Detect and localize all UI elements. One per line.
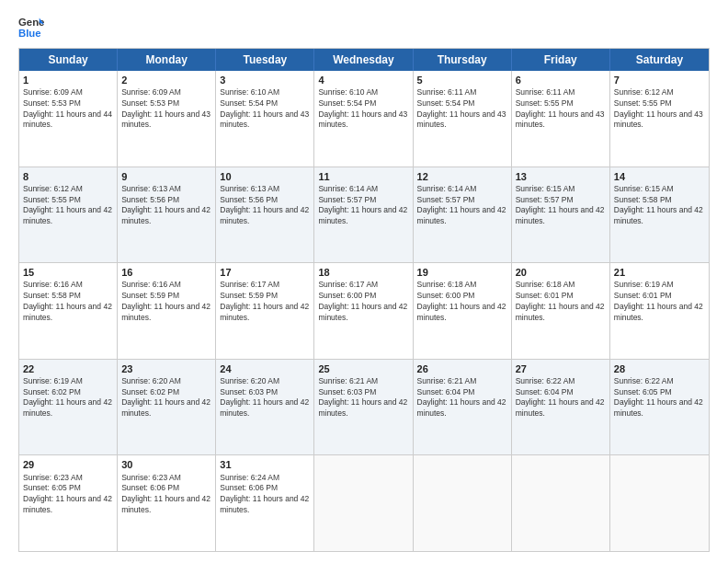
day-number: 27 [516, 362, 606, 375]
day-number: 31 [220, 458, 310, 471]
day-cell-29: 29Sunrise: 6:23 AM Sunset: 6:05 PM Dayli… [19, 455, 118, 551]
day-number: 23 [121, 362, 211, 375]
day-cell-8: 8Sunrise: 6:12 AM Sunset: 5:55 PM Daylig… [19, 167, 118, 263]
day-cell-19: 19Sunrise: 6:18 AM Sunset: 6:00 PM Dayli… [414, 263, 512, 359]
calendar-body: 1Sunrise: 6:09 AM Sunset: 5:53 PM Daylig… [19, 71, 709, 551]
header-day-tuesday: Tuesday [216, 49, 314, 71]
day-cell-17: 17Sunrise: 6:17 AM Sunset: 5:59 PM Dayli… [216, 263, 314, 359]
day-cell-7: 7Sunrise: 6:12 AM Sunset: 5:55 PM Daylig… [610, 71, 709, 167]
day-info: Sunrise: 6:10 AM Sunset: 5:54 PM Dayligh… [220, 87, 309, 129]
day-number: 17 [220, 266, 310, 279]
day-info: Sunrise: 6:09 AM Sunset: 5:53 PM Dayligh… [23, 87, 112, 129]
day-info: Sunrise: 6:16 AM Sunset: 5:59 PM Dayligh… [121, 280, 210, 321]
calendar-week-4: 22Sunrise: 6:19 AM Sunset: 6:02 PM Dayli… [19, 360, 709, 456]
day-cell-3: 3Sunrise: 6:10 AM Sunset: 5:54 PM Daylig… [216, 71, 314, 167]
day-info: Sunrise: 6:15 AM Sunset: 5:58 PM Dayligh… [614, 184, 703, 225]
day-cell-16: 16Sunrise: 6:16 AM Sunset: 5:59 PM Dayli… [118, 263, 216, 359]
day-number: 7 [614, 74, 705, 86]
day-number: 15 [23, 266, 113, 279]
day-number: 29 [23, 458, 113, 471]
header-day-wednesday: Wednesday [314, 49, 413, 71]
day-cell-25: 25Sunrise: 6:21 AM Sunset: 6:03 PM Dayli… [314, 360, 413, 455]
day-info: Sunrise: 6:20 AM Sunset: 6:02 PM Dayligh… [121, 376, 210, 418]
day-info: Sunrise: 6:10 AM Sunset: 5:54 PM Dayligh… [318, 87, 407, 129]
day-number: 1 [23, 74, 113, 86]
day-info: Sunrise: 6:14 AM Sunset: 5:57 PM Dayligh… [318, 184, 407, 225]
day-number: 5 [417, 74, 507, 86]
day-number: 6 [516, 74, 606, 86]
day-cell-18: 18Sunrise: 6:17 AM Sunset: 6:00 PM Dayli… [314, 263, 413, 359]
day-cell-12: 12Sunrise: 6:14 AM Sunset: 5:57 PM Dayli… [414, 167, 512, 263]
day-info: Sunrise: 6:21 AM Sunset: 6:03 PM Dayligh… [318, 376, 407, 418]
day-info: Sunrise: 6:22 AM Sunset: 6:04 PM Dayligh… [516, 376, 605, 418]
day-info: Sunrise: 6:09 AM Sunset: 5:53 PM Dayligh… [121, 87, 210, 129]
calendar-week-3: 15Sunrise: 6:16 AM Sunset: 5:58 PM Dayli… [19, 263, 709, 360]
day-info: Sunrise: 6:13 AM Sunset: 5:56 PM Dayligh… [220, 184, 309, 225]
logo: General Blue [18, 15, 44, 40]
day-cell-30: 30Sunrise: 6:23 AM Sunset: 6:06 PM Dayli… [118, 455, 216, 551]
calendar-week-2: 8Sunrise: 6:12 AM Sunset: 5:55 PM Daylig… [19, 167, 709, 264]
day-number: 18 [318, 266, 408, 279]
day-info: Sunrise: 6:22 AM Sunset: 6:05 PM Dayligh… [614, 376, 703, 418]
day-cell-1: 1Sunrise: 6:09 AM Sunset: 5:53 PM Daylig… [19, 71, 118, 167]
day-number: 20 [516, 266, 606, 279]
day-info: Sunrise: 6:11 AM Sunset: 5:55 PM Dayligh… [516, 87, 605, 129]
day-cell-14: 14Sunrise: 6:15 AM Sunset: 5:58 PM Dayli… [610, 167, 709, 263]
day-number: 28 [614, 362, 705, 375]
day-info: Sunrise: 6:15 AM Sunset: 5:57 PM Dayligh… [516, 184, 605, 225]
day-number: 24 [220, 362, 310, 375]
day-cell-22: 22Sunrise: 6:19 AM Sunset: 6:02 PM Dayli… [19, 360, 118, 455]
day-info: Sunrise: 6:19 AM Sunset: 6:01 PM Dayligh… [614, 280, 703, 321]
day-cell-31: 31Sunrise: 6:24 AM Sunset: 6:06 PM Dayli… [216, 455, 314, 551]
day-number: 11 [318, 170, 408, 183]
day-cell-11: 11Sunrise: 6:14 AM Sunset: 5:57 PM Dayli… [314, 167, 413, 263]
day-cell-24: 24Sunrise: 6:20 AM Sunset: 6:03 PM Dayli… [216, 360, 314, 455]
day-number: 22 [23, 362, 113, 375]
calendar-week-1: 1Sunrise: 6:09 AM Sunset: 5:53 PM Daylig… [19, 71, 709, 167]
empty-cell [414, 455, 512, 551]
day-cell-10: 10Sunrise: 6:13 AM Sunset: 5:56 PM Dayli… [216, 167, 314, 263]
day-cell-9: 9Sunrise: 6:13 AM Sunset: 5:56 PM Daylig… [118, 167, 216, 263]
day-cell-2: 2Sunrise: 6:09 AM Sunset: 5:53 PM Daylig… [118, 71, 216, 167]
day-info: Sunrise: 6:14 AM Sunset: 5:57 PM Dayligh… [417, 184, 506, 225]
day-cell-21: 21Sunrise: 6:19 AM Sunset: 6:01 PM Dayli… [610, 263, 709, 359]
day-cell-13: 13Sunrise: 6:15 AM Sunset: 5:57 PM Dayli… [512, 167, 610, 263]
logo-icon: General Blue [18, 15, 44, 40]
day-info: Sunrise: 6:18 AM Sunset: 6:01 PM Dayligh… [516, 280, 605, 321]
page: General Blue SundayMondayTuesdayWednesda… [0, 0, 728, 563]
day-info: Sunrise: 6:23 AM Sunset: 6:05 PM Dayligh… [23, 473, 112, 514]
day-cell-26: 26Sunrise: 6:21 AM Sunset: 6:04 PM Dayli… [414, 360, 512, 455]
day-info: Sunrise: 6:16 AM Sunset: 5:58 PM Dayligh… [23, 280, 112, 321]
header-day-sunday: Sunday [19, 49, 118, 71]
day-cell-23: 23Sunrise: 6:20 AM Sunset: 6:02 PM Dayli… [118, 360, 216, 455]
day-number: 30 [121, 458, 211, 471]
empty-cell [610, 455, 709, 551]
day-info: Sunrise: 6:23 AM Sunset: 6:06 PM Dayligh… [121, 473, 210, 514]
day-number: 12 [417, 170, 507, 183]
day-info: Sunrise: 6:21 AM Sunset: 6:04 PM Dayligh… [417, 376, 506, 418]
day-cell-20: 20Sunrise: 6:18 AM Sunset: 6:01 PM Dayli… [512, 263, 610, 359]
day-number: 19 [417, 266, 507, 279]
day-number: 10 [220, 170, 310, 183]
day-info: Sunrise: 6:12 AM Sunset: 5:55 PM Dayligh… [23, 184, 112, 225]
day-info: Sunrise: 6:11 AM Sunset: 5:54 PM Dayligh… [417, 87, 506, 129]
day-number: 14 [614, 170, 705, 183]
day-number: 8 [23, 170, 113, 183]
day-number: 26 [417, 362, 507, 375]
day-number: 4 [318, 74, 408, 86]
day-number: 25 [318, 362, 408, 375]
day-info: Sunrise: 6:17 AM Sunset: 6:00 PM Dayligh… [318, 280, 407, 321]
header-day-friday: Friday [512, 49, 610, 71]
header-day-saturday: Saturday [610, 49, 709, 71]
day-cell-4: 4Sunrise: 6:10 AM Sunset: 5:54 PM Daylig… [314, 71, 413, 167]
day-number: 13 [516, 170, 606, 183]
day-info: Sunrise: 6:24 AM Sunset: 6:06 PM Dayligh… [220, 473, 309, 514]
day-info: Sunrise: 6:18 AM Sunset: 6:00 PM Dayligh… [417, 280, 506, 321]
svg-text:Blue: Blue [18, 28, 41, 39]
day-cell-28: 28Sunrise: 6:22 AM Sunset: 6:05 PM Dayli… [610, 360, 709, 455]
empty-cell [314, 455, 413, 551]
day-number: 3 [220, 74, 310, 86]
header-day-thursday: Thursday [414, 49, 512, 71]
day-cell-5: 5Sunrise: 6:11 AM Sunset: 5:54 PM Daylig… [414, 71, 512, 167]
day-number: 9 [121, 170, 211, 183]
